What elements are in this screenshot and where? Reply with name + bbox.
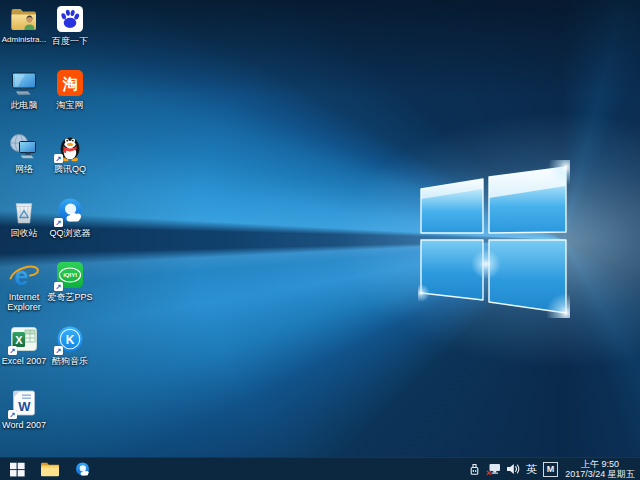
qq-penguin-icon bbox=[55, 132, 85, 162]
file-explorer-icon bbox=[41, 462, 59, 477]
icon-label: Word 2007 bbox=[0, 420, 48, 430]
icon-label: 腾讯QQ bbox=[46, 164, 94, 174]
icon-label: Internet Explorer bbox=[0, 292, 48, 312]
desktop-icon-recycle-bin[interactable]: 回收站 bbox=[0, 196, 48, 256]
icon-label: Excel 2007 bbox=[0, 356, 48, 366]
excel-icon: X bbox=[9, 324, 39, 354]
user-folder-icon bbox=[9, 4, 39, 34]
computer-monitor-icon bbox=[9, 68, 39, 98]
icon-label: 淘宝网 bbox=[46, 100, 94, 110]
icon-label: 百度一下 bbox=[46, 36, 94, 46]
icon-label: Administra... bbox=[0, 36, 48, 45]
internet-explorer-icon: e bbox=[9, 260, 39, 290]
shortcut-arrow-icon bbox=[8, 346, 17, 355]
svg-text:iQIYI: iQIYI bbox=[63, 272, 77, 278]
start-button[interactable] bbox=[0, 458, 34, 480]
icon-label: 爱奇艺PPS bbox=[46, 292, 94, 302]
usb-device-icon[interactable] bbox=[469, 462, 480, 476]
ime-language-indicator[interactable]: 英 bbox=[526, 462, 537, 477]
shortcut-arrow-icon bbox=[8, 410, 17, 419]
volume-icon[interactable] bbox=[507, 463, 520, 475]
svg-text:×: × bbox=[486, 467, 491, 476]
icon-label: 此电脑 bbox=[0, 100, 48, 110]
qq-browser-icon bbox=[74, 461, 91, 478]
svg-text:W: W bbox=[18, 399, 31, 414]
desktop-icon-excel-2007[interactable]: X Excel 2007 bbox=[0, 324, 48, 384]
icon-label: QQ浏览器 bbox=[46, 228, 94, 238]
qq-browser-icon bbox=[55, 196, 85, 226]
shortcut-arrow-icon bbox=[54, 282, 63, 291]
ime-mode-indicator[interactable]: M bbox=[543, 462, 558, 477]
desktop-icon-administrator[interactable]: Administra... bbox=[0, 4, 48, 64]
icon-label: 回收站 bbox=[0, 228, 48, 238]
recycle-bin-icon bbox=[9, 196, 39, 226]
windows-start-icon bbox=[10, 462, 25, 477]
desktop-icon-word-2007[interactable]: W Word 2007 bbox=[0, 388, 48, 448]
desktop: Administra... 百度一下 bbox=[0, 0, 640, 480]
desktop-icon-kugou-music[interactable]: K 酷狗音乐 bbox=[46, 324, 94, 384]
shortcut-arrow-icon bbox=[54, 154, 63, 163]
taskbar-qq-browser-button[interactable] bbox=[66, 458, 98, 480]
svg-text:淘: 淘 bbox=[62, 75, 78, 92]
desktop-icon-qq-browser[interactable]: QQ浏览器 bbox=[46, 196, 94, 256]
network-globe-icon bbox=[9, 132, 39, 162]
desktop-icon-baidu[interactable]: 百度一下 bbox=[46, 4, 94, 64]
taobao-icon: 淘 bbox=[55, 68, 85, 98]
desktop-icon-tencent-qq[interactable]: 腾讯QQ bbox=[46, 132, 94, 192]
iqiyi-icon: iQIYI bbox=[55, 260, 85, 290]
taskbar: × 英 M 上午 9:50 2017/3/24 星期五 bbox=[0, 457, 640, 480]
word-icon: W bbox=[9, 388, 39, 418]
svg-text:K: K bbox=[66, 333, 75, 347]
taskbar-file-explorer-button[interactable] bbox=[34, 458, 66, 480]
desktop-icon-network[interactable]: 网络 bbox=[0, 132, 48, 192]
desktop-icon-iqiyi-pps[interactable]: iQIYI 爱奇艺PPS bbox=[46, 260, 94, 320]
clock-time: 上午 9:50 bbox=[564, 459, 636, 470]
shortcut-arrow-icon bbox=[54, 218, 63, 227]
svg-text:e: e bbox=[15, 262, 29, 290]
windows-logo-wallpaper bbox=[418, 160, 570, 318]
desktop-icon-this-pc[interactable]: 此电脑 bbox=[0, 68, 48, 128]
kugou-icon: K bbox=[55, 324, 85, 354]
taskbar-clock[interactable]: 上午 9:50 2017/3/24 星期五 bbox=[564, 459, 636, 480]
clock-date: 2017/3/24 星期五 bbox=[564, 469, 636, 480]
desktop-icon-internet-explorer[interactable]: e Internet Explorer bbox=[0, 260, 48, 320]
baidu-paw-icon bbox=[55, 4, 85, 34]
desktop-icon-taobao[interactable]: 淘 淘宝网 bbox=[46, 68, 94, 128]
shortcut-arrow-icon bbox=[54, 346, 63, 355]
svg-text:X: X bbox=[15, 334, 23, 346]
network-disconnected-icon[interactable]: × bbox=[486, 463, 501, 476]
icon-label: 网络 bbox=[0, 164, 48, 174]
system-tray: × 英 M 上午 9:50 2017/3/24 星期五 bbox=[469, 459, 640, 480]
icon-label: 酷狗音乐 bbox=[46, 356, 94, 366]
